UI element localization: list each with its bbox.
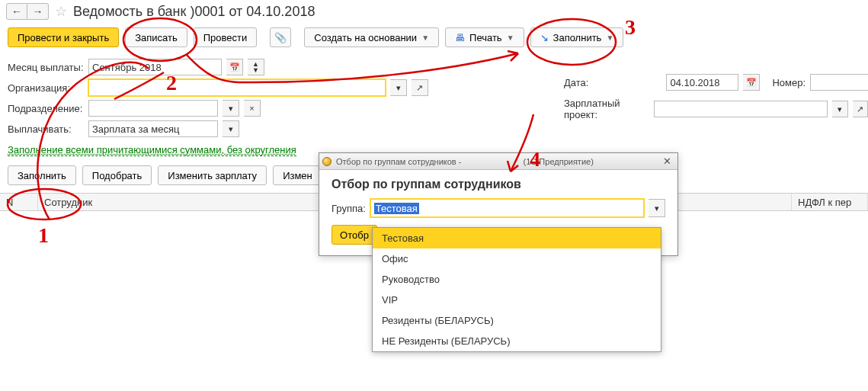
pay-input[interactable]: Зарплата за месяц: [88, 120, 218, 137]
edit-button-truncated[interactable]: Измен: [273, 165, 322, 185]
chevron-down-icon: ▼: [421, 34, 429, 42]
print-button[interactable]: 🖶 Печать ▼: [445, 27, 524, 47]
project-label: Зарплатный проект:: [564, 98, 649, 120]
number-label: Номер:: [772, 77, 806, 88]
dropdown-icon[interactable]: ▾: [832, 101, 847, 117]
col-ndfl: НДФЛ к пер: [792, 194, 868, 210]
project-input[interactable]: [654, 101, 828, 117]
select-button[interactable]: Отобр: [332, 225, 377, 245]
attach-button[interactable]: 📎: [270, 27, 291, 47]
open-icon[interactable]: ↗: [853, 101, 868, 117]
calendar-icon[interactable]: 📅: [226, 59, 243, 75]
app-icon: [322, 157, 332, 166]
date-label: Дата:: [564, 77, 588, 88]
dropdown-item[interactable]: VIP: [373, 290, 661, 310]
dropdown-icon[interactable]: ▾: [390, 79, 407, 96]
save-button[interactable]: Записать: [125, 27, 187, 47]
group-value-selected: Тестовая: [374, 203, 419, 214]
dialog-window-title: Отбор по группам сотрудников -: [336, 157, 461, 166]
pick-button[interactable]: Подобрать: [82, 165, 152, 185]
dropdown-item[interactable]: Руководство: [373, 269, 661, 290]
stepper-icon[interactable]: ▲▼: [248, 59, 264, 75]
calendar-icon[interactable]: 📅: [743, 74, 760, 91]
month-input[interactable]: Сентябрь 2018: [88, 59, 222, 75]
chevron-down-icon: ▼: [507, 34, 514, 42]
close-icon[interactable]: ✕: [660, 155, 674, 167]
dropdown-icon[interactable]: ▾: [223, 120, 239, 137]
org-label: Организация:: [8, 82, 84, 94]
group-dropdown-list: Тестовая Офис Руководство VIP Резиденты …: [372, 227, 661, 352]
month-label: Месяц выплаты:: [8, 62, 84, 73]
dept-label: Подразделение:: [8, 103, 84, 114]
printer-icon: 🖶: [455, 32, 465, 43]
favorite-star-icon[interactable]: ☆: [55, 3, 67, 20]
group-label: Группа:: [332, 203, 366, 214]
page-title: Ведомость в банк )0001 от 04.10.2018: [73, 4, 315, 20]
edit-salary-button[interactable]: Изменить зарплату: [158, 165, 267, 185]
post-and-close-button[interactable]: Провести и закрыть: [8, 27, 119, 47]
fill-button-toolbar[interactable]: ↘ Заполнить ▼: [530, 27, 624, 47]
group-input[interactable]: Тестовая: [370, 199, 644, 217]
chevron-down-icon: ▼: [606, 34, 613, 42]
fill-settings-link[interactable]: Заполнение всеми причитающимися суммами,…: [8, 144, 296, 156]
print-label: Печать: [469, 32, 502, 43]
forward-button[interactable]: →: [27, 3, 49, 20]
org-input[interactable]: [88, 79, 386, 96]
arrow-down-icon: ↘: [540, 32, 549, 43]
dialog-window-subtitle: (1С:Предприятие): [524, 157, 594, 166]
dropdown-item[interactable]: НЕ Резиденты (БЕЛАРУСЬ): [373, 331, 661, 351]
dialog-heading: Отбор по группам сотрудников: [332, 178, 665, 191]
post-button[interactable]: Провести: [194, 27, 258, 47]
clear-icon[interactable]: ×: [244, 100, 261, 117]
create-based-on-label: Создать на основании: [314, 32, 417, 43]
number-input[interactable]: [810, 74, 868, 91]
open-icon[interactable]: ↗: [412, 79, 428, 96]
date-input[interactable]: 04.10.2018: [666, 74, 738, 91]
create-based-on-button[interactable]: Создать на основании ▼: [304, 27, 439, 47]
fill-button[interactable]: Заполнить: [8, 165, 76, 185]
dropdown-icon[interactable]: ▾: [649, 199, 665, 217]
dropdown-item[interactable]: Тестовая: [373, 228, 661, 248]
dropdown-item[interactable]: Офис: [373, 248, 661, 269]
back-button[interactable]: ←: [6, 3, 27, 20]
col-n: N: [0, 194, 38, 210]
dropdown-item[interactable]: Резиденты (БЕЛАРУСЬ): [373, 310, 661, 331]
dept-input[interactable]: [88, 100, 218, 117]
fill-label: Заполнить: [553, 32, 602, 43]
dropdown-icon[interactable]: ▾: [223, 100, 239, 117]
annotation-1: 1: [38, 223, 49, 247]
pay-label: Выплачивать:: [8, 123, 84, 135]
